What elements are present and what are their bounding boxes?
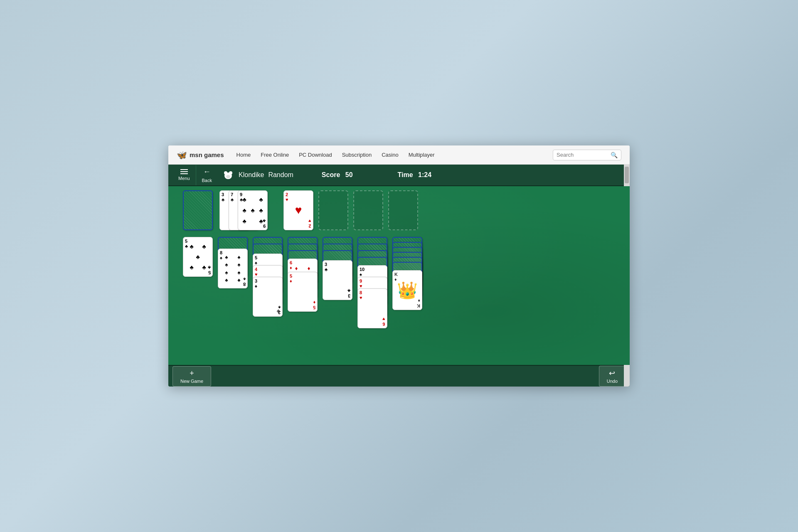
foundation-3[interactable] (388, 190, 418, 230)
svg-point-1 (224, 171, 227, 175)
bottom-bar: + New Game ↩ Undo (168, 365, 630, 387)
card-suit: ♥ (295, 204, 302, 217)
card-rank: 4♥ (255, 267, 258, 277)
tableau-col-7: K♦ 👑 K♦ (392, 237, 422, 332)
score-value: 50 (345, 171, 353, 178)
tableau-col-6: 10♠ 9♥ 8♥ 6♥ (357, 237, 387, 332)
back-button[interactable]: ← Back (196, 165, 218, 185)
undo-icon: ↩ (609, 369, 615, 378)
foundation-2[interactable] (353, 190, 383, 230)
nav-links: Home Free Online PC Download Subscriptio… (236, 152, 540, 158)
back-label: Back (202, 178, 212, 183)
nav-subscription[interactable]: Subscription (342, 152, 372, 158)
nav-home[interactable]: Home (236, 152, 251, 158)
tableau-card[interactable]: 3♣ 3♣ (323, 260, 352, 300)
menu-button[interactable]: Menu (172, 167, 196, 183)
tableau-card[interactable]: 8♠ ♠♠ ♠♠ ♠♠ ♠♠ 8♠ (218, 249, 248, 288)
new-game-label: New Game (180, 379, 203, 384)
card-rank: 7♣ (231, 192, 234, 202)
card-rank: 10♠ (360, 267, 365, 277)
card-rank-bottom: 6♥ (382, 317, 385, 327)
scrollbar-thumb[interactable] (625, 167, 629, 183)
game-container: Menu ← Back Klondike Random Score 50 (168, 165, 630, 387)
tableau-col-4: 6♦ ♦♦ ♦♦ ♦♦ 5♦ 5♦ (288, 237, 318, 332)
tableau-col-1: 5♣ ♣♣ ♣ ♣♣ 5♣ (183, 237, 213, 332)
tableau-col-5: 3♣ 3♣ (323, 237, 352, 332)
foundation-1[interactable] (318, 190, 348, 230)
hamburger-icon (180, 169, 188, 174)
card-rank-bottom: 5♣ (208, 265, 211, 275)
svg-point-3 (226, 175, 230, 178)
tableau-card[interactable]: 3♠ ♠ 3♠ (253, 277, 283, 317)
nav-casino[interactable]: Casino (382, 152, 398, 158)
menu-label: Menu (178, 176, 190, 181)
card-rank: 8♥ (360, 290, 362, 300)
card-rank-bottom: 8♠ (243, 277, 246, 287)
game-info: Klondike Random (222, 170, 293, 180)
nav-bar: 🦋 msn games Home Free Online PC Download… (168, 145, 630, 165)
card-rank-bottom: 3♣ (347, 288, 350, 298)
score-label: Score (322, 171, 340, 178)
card-rank-bottom: 9♣ (263, 219, 266, 229)
score-display: Score 50 (318, 171, 353, 179)
tableau-col-2: 8♠ ♠♠ ♠♠ ♠♠ ♠♠ 8♠ (218, 237, 248, 332)
nav-search-box[interactable]: 🔍 (553, 150, 621, 160)
card-rank: 2♥ (286, 192, 288, 202)
time-label: Time (398, 171, 413, 178)
time-display: Time 1:24 (394, 171, 432, 179)
logo-text: msn games (190, 151, 224, 158)
game-name: Klondike (239, 171, 264, 179)
waste-card-3[interactable]: 9♣ ♣♣ ♣♣♣ ♣♣ 9♣ (238, 190, 268, 230)
game-toolbar: Menu ← Back Klondike Random Score 50 (168, 165, 630, 186)
svg-point-2 (229, 171, 232, 175)
undo-button[interactable]: ↩ Undo (599, 366, 626, 387)
new-game-button[interactable]: + New Game (172, 366, 211, 387)
card-rank-bottom: 5♦ (313, 300, 315, 310)
card-rank: 9♥ (360, 278, 362, 288)
tableau-card-king[interactable]: K♦ 👑 K♦ (392, 270, 422, 310)
tableau: 5♣ ♣♣ ♣ ♣♣ 5♣ 8♠ ♠♠ (181, 237, 617, 332)
card-rank-bottom: 3♠ (278, 305, 281, 315)
browser-window: 🦋 msn games Home Free Online PC Download… (168, 145, 630, 387)
nav-multiplayer[interactable]: Multiplayer (409, 152, 435, 158)
search-icon[interactable]: 🔍 (611, 152, 618, 158)
card-rank: 5♠ (255, 255, 257, 265)
tableau-card[interactable]: 5♣ ♣♣ ♣ ♣♣ 5♣ (183, 237, 213, 277)
search-input[interactable] (557, 152, 611, 158)
card-rank-bottom: 2♥ (308, 219, 311, 229)
plus-icon: + (190, 369, 194, 378)
waste-pile[interactable]: 3♣ 3♣ 7♣ 7♣ 9♣ ♣♣ ♣♣♣ ♣♣ (219, 190, 265, 230)
back-arrow-icon: ← (203, 167, 211, 176)
time-value: 1:24 (418, 171, 431, 178)
card-rank: 5♦ (290, 273, 292, 283)
top-row: 3♣ 3♣ 7♣ 7♣ 9♣ ♣♣ ♣♣♣ ♣♣ (181, 190, 617, 230)
undo-label: Undo (607, 379, 618, 384)
game-mode: Random (268, 171, 293, 179)
stock-pile[interactable] (183, 190, 213, 230)
bear-icon (222, 170, 234, 180)
card-rank-bottom: K♦ (417, 298, 420, 308)
card-rank: 3♣ (325, 262, 328, 272)
tableau-card[interactable]: 5♦ 5♦ (288, 272, 318, 312)
tableau-card[interactable]: 8♥ 6♥ (357, 288, 387, 328)
card-rank: 3♠ (255, 278, 257, 288)
card-rank: 3♣ (222, 192, 224, 202)
foundation-0[interactable]: 2♥ ♥ 2♥ (283, 190, 313, 230)
nav-pc-download[interactable]: PC Download (299, 152, 332, 158)
nav-logo[interactable]: 🦋 msn games (177, 150, 224, 160)
game-area: 3♣ 3♣ 7♣ 7♣ 9♣ ♣♣ ♣♣♣ ♣♣ (168, 186, 630, 365)
nav-free-online[interactable]: Free Online (261, 152, 289, 158)
logo-icon: 🦋 (177, 150, 187, 160)
tableau-col-3: 5♠ 4♥ 3♠ ♠ 3♠ (253, 237, 283, 332)
